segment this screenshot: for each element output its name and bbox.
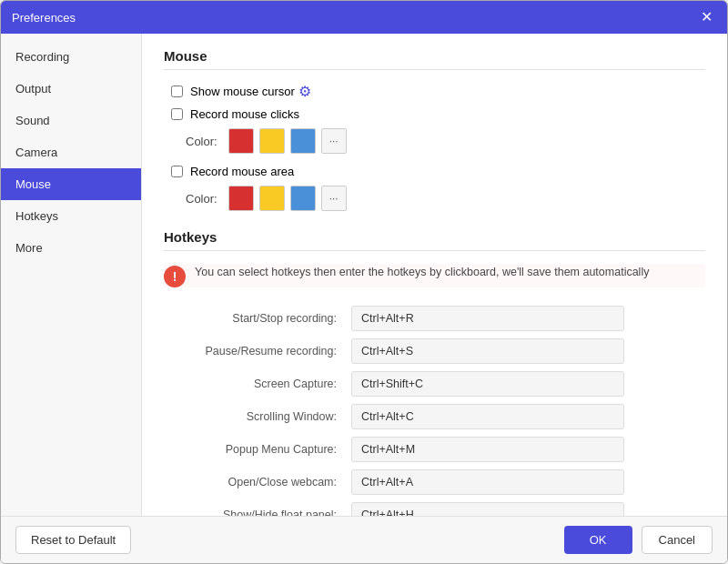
record-area-checkbox[interactable] xyxy=(171,166,183,177)
titlebar: Preferences ✕ xyxy=(1,1,727,34)
hotkey-value-cell xyxy=(346,368,705,400)
color-label-2: Color: xyxy=(186,192,217,206)
window-title: Preferences xyxy=(12,11,76,25)
sidebar-item-output[interactable]: Output xyxy=(1,73,141,105)
table-row: Open/Close webcam: xyxy=(164,466,705,499)
hotkey-input[interactable] xyxy=(351,437,624,462)
show-cursor-row: Show mouse cursor ⚙ xyxy=(171,83,705,100)
hotkeys-section: Hotkeys ! You can select hotkeys then en… xyxy=(164,229,705,516)
hotkey-label: Open/Close webcam: xyxy=(164,466,346,499)
main-content: Mouse Show mouse cursor ⚙ Record mouse c… xyxy=(142,34,727,516)
color-swatch-red-1[interactable] xyxy=(228,128,254,154)
hotkey-input[interactable] xyxy=(351,502,624,516)
record-area-label: Record mouse area xyxy=(190,165,294,178)
color-label-1: Color: xyxy=(186,135,217,148)
hotkeys-info-row: ! You can select hotkeys then enter the … xyxy=(164,264,705,287)
color-more-btn-2[interactable]: ··· xyxy=(321,186,347,211)
footer-right: OK Cancel xyxy=(564,526,713,554)
color-swatch-red-2[interactable] xyxy=(228,186,254,211)
info-icon: ! xyxy=(164,266,186,287)
sidebar-item-camera[interactable]: Camera xyxy=(1,136,141,168)
hotkeys-section-title: Hotkeys xyxy=(164,229,705,251)
hotkey-label: Show/Hide float panel: xyxy=(164,499,346,516)
show-cursor-label: Show mouse cursor xyxy=(190,85,295,98)
window-body: Recording Output Sound Camera Mouse Hotk… xyxy=(1,34,727,516)
table-row: Pause/Resume recording: xyxy=(164,335,705,368)
hotkey-value-cell xyxy=(346,302,705,335)
cancel-button[interactable]: Cancel xyxy=(642,526,713,554)
preferences-window: Preferences ✕ Recording Output Sound Cam… xyxy=(0,0,728,564)
color-more-btn-1[interactable]: ··· xyxy=(321,128,347,154)
sidebar-item-hotkeys[interactable]: Hotkeys xyxy=(1,200,141,232)
hotkey-value-cell xyxy=(346,466,705,499)
hotkey-input[interactable] xyxy=(351,338,624,364)
hotkey-input[interactable] xyxy=(351,371,624,397)
show-cursor-checkbox[interactable] xyxy=(171,86,183,97)
color-swatch-blue-2[interactable] xyxy=(290,186,316,211)
reset-button[interactable]: Reset to Default xyxy=(15,526,131,554)
hotkey-label: Scrolling Window: xyxy=(164,400,346,433)
sidebar: Recording Output Sound Camera Mouse Hotk… xyxy=(1,34,142,516)
footer: Reset to Default OK Cancel xyxy=(1,516,727,563)
sidebar-item-mouse[interactable]: Mouse xyxy=(1,168,141,200)
hotkey-value-cell xyxy=(346,335,705,368)
ok-button[interactable]: OK xyxy=(564,526,632,554)
mouse-section: Mouse Show mouse cursor ⚙ Record mouse c… xyxy=(164,48,705,211)
hotkeys-info-text: You can select hotkeys then enter the ho… xyxy=(195,264,649,281)
record-clicks-row: Record mouse clicks xyxy=(171,107,705,121)
color-row-1: Color: ··· xyxy=(186,128,705,154)
table-row: Show/Hide float panel: xyxy=(164,499,705,516)
hotkey-value-cell xyxy=(346,499,705,516)
color-swatch-yellow-1[interactable] xyxy=(259,128,285,154)
table-row: Screen Capture: xyxy=(164,368,705,400)
hotkeys-table: Start/Stop recording: Pause/Resume recor… xyxy=(164,302,705,516)
sidebar-item-recording[interactable]: Recording xyxy=(1,41,141,73)
record-clicks-label: Record mouse clicks xyxy=(190,107,299,121)
hotkey-label: Pause/Resume recording: xyxy=(164,335,346,368)
hotkey-input[interactable] xyxy=(351,306,624,331)
color-swatch-blue-1[interactable] xyxy=(290,128,316,154)
gear-icon[interactable]: ⚙ xyxy=(298,83,311,100)
table-row: Popup Menu Capture: xyxy=(164,433,705,466)
color-swatch-yellow-2[interactable] xyxy=(259,186,285,211)
record-clicks-checkbox[interactable] xyxy=(171,108,183,120)
color-row-2: Color: ··· xyxy=(186,186,705,211)
close-button[interactable]: ✕ xyxy=(697,8,716,26)
hotkey-input[interactable] xyxy=(351,469,624,495)
hotkey-value-cell xyxy=(346,400,705,433)
hotkey-value-cell xyxy=(346,433,705,466)
sidebar-item-more[interactable]: More xyxy=(1,232,141,264)
record-area-row: Record mouse area xyxy=(171,165,705,178)
hotkey-input[interactable] xyxy=(351,404,624,429)
hotkey-label: Popup Menu Capture: xyxy=(164,433,346,466)
mouse-section-title: Mouse xyxy=(164,48,705,70)
table-row: Scrolling Window: xyxy=(164,400,705,433)
hotkey-label: Screen Capture: xyxy=(164,368,346,400)
hotkey-label: Start/Stop recording: xyxy=(164,302,346,335)
sidebar-item-sound[interactable]: Sound xyxy=(1,105,141,136)
table-row: Start/Stop recording: xyxy=(164,302,705,335)
